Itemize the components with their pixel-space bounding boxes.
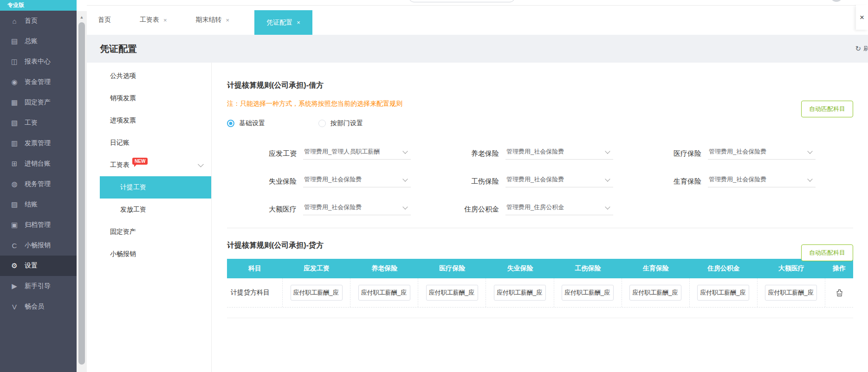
new-badge: NEW bbox=[132, 158, 148, 165]
sidebar-item[interactable]: V 畅会员 bbox=[0, 296, 77, 317]
sidebar-item[interactable]: ▧ 工资 bbox=[0, 113, 77, 133]
field-label: 生育保险 bbox=[632, 177, 701, 186]
clear-brush-icon[interactable] bbox=[836, 289, 843, 297]
account-input[interactable] bbox=[358, 285, 410, 301]
sidebar-item-label: 工资 bbox=[25, 119, 38, 127]
account-input[interactable] bbox=[629, 285, 681, 301]
member-icon: V bbox=[9, 303, 19, 311]
sidebar-item[interactable]: ⚙ 设置 bbox=[0, 256, 77, 276]
account-input[interactable] bbox=[291, 285, 343, 301]
sidebar-item-label: 报表中心 bbox=[25, 58, 51, 66]
close-all-tabs-button[interactable]: × bbox=[856, 5, 868, 30]
account-input[interactable] bbox=[494, 285, 546, 301]
close-icon[interactable]: × bbox=[297, 19, 300, 26]
account-input[interactable] bbox=[562, 285, 614, 301]
credit-section-title: 计提核算规则(公司承担)-贷方 bbox=[227, 240, 853, 250]
radio-icon[interactable] bbox=[318, 120, 326, 127]
radio-icon[interactable] bbox=[227, 120, 234, 127]
submenu-item[interactable]: 小畅报销 bbox=[87, 243, 211, 265]
sidebar-item[interactable]: ▦ 固定资产 bbox=[0, 92, 77, 113]
field-label: 住房公积金 bbox=[429, 205, 499, 214]
submenu-item-label: 小畅报销 bbox=[110, 250, 136, 258]
rule-field: 工伤保险 管理费用_社会保险费 bbox=[429, 167, 613, 195]
account-select-value: 管理费用_住房公积金 bbox=[506, 203, 564, 212]
scroll-up-icon[interactable]: ▲ bbox=[77, 15, 87, 19]
radio-option[interactable]: 基础设置 bbox=[227, 119, 265, 128]
sidebar-item[interactable]: ▥ 发票管理 bbox=[0, 133, 77, 154]
sidebar-item[interactable]: ◫ 报表中心 bbox=[0, 51, 77, 72]
fixed-assets-icon: ▦ bbox=[9, 98, 19, 107]
field-label: 养老保险 bbox=[429, 149, 499, 158]
close-icon[interactable]: × bbox=[226, 17, 230, 24]
tab[interactable]: 工资表 × bbox=[136, 5, 171, 35]
rule-field: 住房公积金 管理费用_住房公积金 bbox=[429, 195, 613, 223]
submenu-item[interactable]: 计提工资 bbox=[100, 176, 211, 199]
table-cell bbox=[758, 278, 825, 307]
sidebar-item[interactable]: ▨ 结账 bbox=[0, 194, 77, 215]
chevron-down-icon bbox=[605, 148, 610, 154]
close-icon: × bbox=[860, 13, 864, 22]
sidebar-item-label: 畅会员 bbox=[25, 302, 44, 311]
inventory-icon: ⊞ bbox=[9, 160, 19, 168]
rule-field: 生育保险 管理费用_社会保险费 bbox=[632, 167, 816, 195]
auto-match-button-credit[interactable]: 自动匹配科目 bbox=[801, 244, 853, 261]
scrollbar-thumb[interactable] bbox=[78, 22, 85, 365]
settings-icon: ⚙ bbox=[9, 262, 19, 270]
auto-match-button-debit[interactable]: 自动匹配科目 bbox=[801, 101, 853, 117]
close-icon[interactable]: × bbox=[163, 17, 167, 24]
submenu-item[interactable]: 发放工资 bbox=[87, 199, 211, 221]
tab[interactable]: 首页 bbox=[94, 5, 115, 35]
tab-label: 首页 bbox=[98, 16, 111, 24]
account-select-value: 管理费用_社会保险费 bbox=[709, 148, 766, 156]
account-select[interactable]: 管理费用_社会保险费 bbox=[708, 148, 816, 160]
scrollbar-track[interactable]: ▲ bbox=[77, 11, 87, 372]
account-select[interactable]: 管理费用_社会保险费 bbox=[505, 148, 613, 160]
account-input[interactable] bbox=[697, 285, 749, 301]
account-select[interactable]: 管理费用_社会保险费 bbox=[505, 175, 613, 187]
submenu-item[interactable]: 固定资产 bbox=[87, 221, 211, 243]
account-input[interactable] bbox=[765, 285, 817, 301]
debit-rule-form: 应发工资 管理费用_管理人员职工薪酬 养老保险 管理费用_社会保险费 医 bbox=[227, 140, 853, 223]
tax-icon: ◍ bbox=[9, 180, 19, 188]
account-select[interactable]: 管理费用_社会保险费 bbox=[303, 203, 411, 215]
submenu-item-label: 发放工资 bbox=[120, 205, 146, 214]
account-select[interactable]: 管理费用_管理人员职工薪酬 bbox=[303, 148, 411, 160]
topbar-right: ☊ 人工咨询 徐洋平 bbox=[787, 0, 864, 5]
sidebar-item[interactable]: ▶ 新手引导 bbox=[0, 276, 77, 296]
action-cell[interactable] bbox=[825, 278, 853, 307]
salary-icon: ▧ bbox=[9, 119, 19, 127]
submenu-item[interactable]: 进项发票 bbox=[87, 109, 211, 132]
refresh-button[interactable]: ↻ 刷新 bbox=[855, 35, 868, 63]
sidebar-item[interactable]: ◍ 税务管理 bbox=[0, 174, 77, 194]
account-select[interactable]: 管理费用_社会保险费 bbox=[708, 175, 816, 187]
sidebar-item[interactable]: ⊞ 进销台账 bbox=[0, 154, 77, 174]
tab[interactable]: 期末结转 × bbox=[192, 5, 233, 35]
account-select-value: 管理费用_社会保险费 bbox=[506, 175, 564, 184]
radio-option[interactable]: 按部门设置 bbox=[318, 119, 363, 128]
clipped-search-box[interactable] bbox=[408, 0, 515, 2]
sidebar-scrollbar[interactable]: ▲ bbox=[77, 0, 87, 372]
account-input[interactable] bbox=[426, 285, 478, 301]
report-center-icon: ◫ bbox=[9, 58, 19, 66]
primary-nav: ⌂ 首页 ▤ 总账 ◫ 报表中心 ◉ 资金管理 ▦ 固定资产 bbox=[0, 11, 77, 317]
submenu-item[interactable]: 工资表 NEW bbox=[87, 154, 211, 176]
sidebar-item[interactable]: ▤ 总账 bbox=[0, 31, 77, 51]
refresh-label: 刷新 bbox=[863, 45, 868, 53]
sidebar-item[interactable]: C 小畅报销 bbox=[0, 235, 77, 256]
avatar[interactable] bbox=[830, 0, 842, 2]
sidebar-item[interactable]: ▣ 归档管理 bbox=[0, 215, 77, 235]
account-select[interactable]: 管理费用_社会保险费 bbox=[303, 175, 411, 187]
closing-icon: ▨ bbox=[9, 200, 19, 209]
tab[interactable]: 凭证配置 × bbox=[254, 10, 312, 35]
sidebar-item[interactable]: ⌂ 首页 bbox=[0, 11, 77, 31]
debit-section-title: 计提核算规则(公司承担)-借方 bbox=[227, 80, 853, 90]
chevron-down-icon[interactable] bbox=[198, 161, 204, 167]
submenu-item[interactable]: 公共选项 bbox=[87, 65, 211, 87]
account-select[interactable]: 管理费用_住房公积金 bbox=[505, 203, 613, 215]
sidebar-item[interactable]: ◉ 资金管理 bbox=[0, 72, 77, 92]
page-title: 凭证配置 bbox=[100, 43, 137, 55]
submenu-item-label: 计提工资 bbox=[120, 183, 146, 192]
submenu-item[interactable]: 日记账 bbox=[87, 132, 211, 154]
submenu-item[interactable]: 销项发票 bbox=[87, 87, 211, 109]
home-icon: ⌂ bbox=[9, 17, 19, 25]
